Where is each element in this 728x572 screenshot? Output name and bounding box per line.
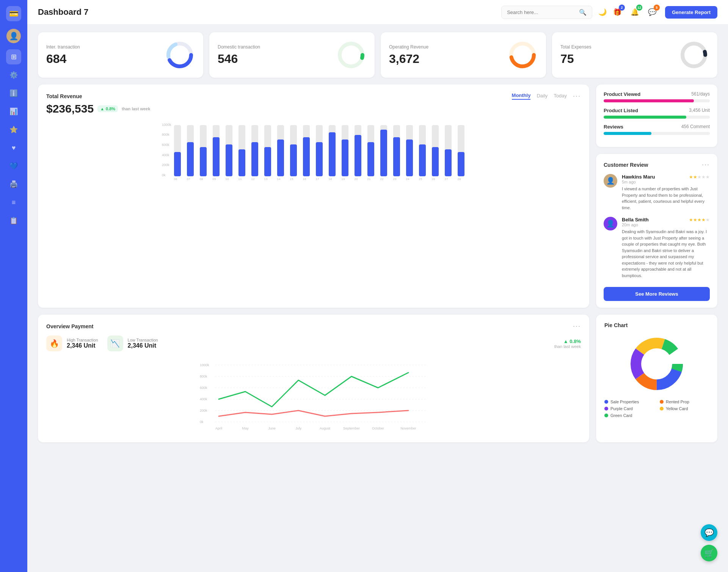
sidebar-item-analytics[interactable]: 📊 bbox=[6, 104, 21, 119]
svg-text:400k: 400k bbox=[162, 153, 169, 157]
metric-fill-2 bbox=[604, 132, 651, 135]
svg-rect-50 bbox=[329, 132, 336, 176]
header: Dashboard 7 🔍 🌙 🎁 2 🔔 12 💬 5 Generate Re… bbox=[27, 0, 728, 25]
customer-review-card: Customer Review ··· 👤 Hawkins Maru ★★★★★… bbox=[596, 154, 717, 308]
svg-text:19: 19 bbox=[342, 177, 345, 181]
low-transaction-box: 📉 Low Transaction 2,346 Unit bbox=[107, 335, 158, 351]
svg-rect-42 bbox=[226, 144, 232, 176]
bell-icon-button[interactable]: 🔔 12 bbox=[628, 5, 642, 19]
support-float-button[interactable]: 💬 bbox=[701, 524, 717, 541]
stat-card-info: Total Expenses 75 bbox=[560, 44, 591, 66]
svg-text:07: 07 bbox=[187, 177, 190, 181]
legend-item-4: Green Card bbox=[604, 413, 654, 418]
metrics-card: Product Viewed 561/days Product Listed 3… bbox=[596, 85, 717, 147]
sidebar-item-dashboard[interactable]: ⊞ bbox=[6, 49, 21, 64]
stat-card-info: Domestic transaction 546 bbox=[218, 44, 260, 66]
svg-rect-40 bbox=[200, 147, 207, 176]
review-more-options[interactable]: ··· bbox=[702, 161, 710, 169]
revenue-more-options[interactable]: ··· bbox=[573, 92, 581, 100]
generate-report-button[interactable]: Generate Report bbox=[665, 6, 717, 19]
stat-value-0: 684 bbox=[46, 52, 80, 66]
donut-chart-2 bbox=[507, 40, 538, 70]
donut-chart-1 bbox=[336, 40, 366, 70]
reviewer-info-0: Hawkins Maru ★★★★★ 5m ago I viewed a num… bbox=[622, 174, 710, 211]
stat-value-1: 546 bbox=[218, 52, 260, 66]
bottom-row: Overview Payment ··· 🔥 High Transaction … bbox=[38, 315, 717, 442]
svg-text:26: 26 bbox=[432, 177, 435, 181]
overview-pct-value: ▲ 0.8% bbox=[554, 338, 581, 344]
svg-text:20: 20 bbox=[355, 177, 358, 181]
donut-chart-3 bbox=[679, 40, 709, 70]
metric-bar-0 bbox=[604, 99, 710, 102]
sidebar-item-print[interactable]: 🖨️ bbox=[6, 177, 21, 192]
tab-monthly[interactable]: Monthly bbox=[512, 92, 531, 100]
stat-value-2: 3,672 bbox=[389, 52, 428, 66]
donut-chart-0 bbox=[165, 40, 195, 70]
svg-text:April: April bbox=[215, 426, 222, 430]
stat-cards-row: Inter. transaction 684 Domestic transact… bbox=[38, 32, 717, 78]
avatar[interactable]: 👤 bbox=[6, 29, 21, 43]
sidebar-item-likes[interactable]: 💙 bbox=[6, 158, 21, 174]
gift-icon-button[interactable]: 🎁 2 bbox=[610, 5, 624, 19]
reviewer-avatar-1: 👤 bbox=[604, 217, 617, 230]
sidebar-item-info[interactable]: ℹ️ bbox=[6, 86, 21, 101]
tab-daily[interactable]: Daily bbox=[537, 93, 548, 99]
sidebar-item-starred[interactable]: ⭐ bbox=[6, 122, 21, 137]
sidebar-item-menu[interactable]: ≡ bbox=[6, 195, 21, 210]
metric-label-2: Reviews bbox=[604, 124, 623, 130]
svg-rect-45 bbox=[264, 147, 271, 176]
bar-chart-area: 1000k 800k 600k 400k 200k 0k bbox=[46, 121, 581, 183]
metric-label-1: Product Listed bbox=[604, 108, 638, 113]
sidebar-logo[interactable]: 💳 bbox=[6, 6, 21, 21]
overview-more-options[interactable]: ··· bbox=[573, 322, 581, 330]
low-transaction-label: Low Transaction bbox=[128, 338, 158, 342]
search-bar[interactable]: 🔍 bbox=[501, 6, 592, 19]
dark-mode-toggle[interactable]: 🌙 bbox=[598, 8, 607, 16]
legend-dot-1 bbox=[660, 400, 664, 404]
svg-text:23: 23 bbox=[393, 177, 397, 181]
legend-dot-4 bbox=[604, 414, 608, 417]
svg-rect-39 bbox=[187, 142, 194, 176]
svg-text:11: 11 bbox=[238, 177, 242, 181]
svg-text:17: 17 bbox=[316, 177, 319, 181]
svg-text:28: 28 bbox=[458, 177, 461, 181]
reviewer-time-1: 20m ago bbox=[622, 223, 710, 227]
pie-chart-svg bbox=[626, 334, 687, 394]
stat-card-domestic-transaction: Domestic transaction 546 bbox=[209, 32, 375, 78]
legend-label-2: Purple Card bbox=[610, 406, 633, 411]
tab-today[interactable]: Today bbox=[554, 93, 567, 99]
svg-point-3 bbox=[340, 44, 362, 66]
sidebar-item-list[interactable]: 📋 bbox=[6, 213, 21, 228]
see-more-reviews-button[interactable]: See More Reviews bbox=[604, 287, 710, 301]
overview-payment-header: Overview Payment ··· bbox=[46, 322, 581, 330]
main-content: Dashboard 7 🔍 🌙 🎁 2 🔔 12 💬 5 Generate Re… bbox=[27, 0, 728, 572]
sidebar-item-favorites[interactable]: ♥ bbox=[6, 140, 21, 155]
up-arrow-icon: ▲ bbox=[563, 338, 568, 344]
metric-fill-1 bbox=[604, 116, 686, 119]
svg-text:0k: 0k bbox=[162, 173, 166, 177]
svg-rect-59 bbox=[445, 149, 452, 176]
svg-rect-44 bbox=[251, 142, 258, 176]
svg-text:400k: 400k bbox=[200, 397, 207, 401]
svg-text:24: 24 bbox=[406, 177, 410, 181]
high-transaction-icon: 🔥 bbox=[46, 335, 62, 351]
sidebar: 💳 👤 ⊞ ⚙️ ℹ️ 📊 ⭐ ♥ 💙 🖨️ ≡ 📋 bbox=[0, 0, 27, 572]
search-input[interactable] bbox=[507, 9, 576, 15]
legend-item-1: Rented Prop bbox=[660, 400, 709, 404]
metric-row-0: Product Viewed 561/days bbox=[604, 91, 710, 102]
stat-label-2: Operating Revenue bbox=[389, 44, 428, 50]
svg-text:12: 12 bbox=[251, 177, 255, 181]
sidebar-item-settings[interactable]: ⚙️ bbox=[6, 67, 21, 83]
message-icon-button[interactable]: 💬 5 bbox=[645, 5, 659, 19]
legend-item-0: Sale Properties bbox=[604, 400, 654, 404]
svg-rect-47 bbox=[290, 144, 297, 176]
svg-text:August: August bbox=[320, 426, 331, 430]
stat-label-0: Inter. transaction bbox=[46, 44, 80, 50]
cart-float-button[interactable]: 🛒 bbox=[701, 545, 717, 561]
metric-header-1: Product Listed 3,456 Unit bbox=[604, 108, 710, 113]
line-chart: 1000k 800k 600k 400k 200k 0k April May J… bbox=[46, 357, 581, 433]
svg-text:July: July bbox=[295, 426, 302, 430]
stat-label-1: Domestic transaction bbox=[218, 44, 260, 50]
low-transaction-icon: 📉 bbox=[107, 335, 123, 351]
metric-header-2: Reviews 456 Comment bbox=[604, 124, 710, 130]
